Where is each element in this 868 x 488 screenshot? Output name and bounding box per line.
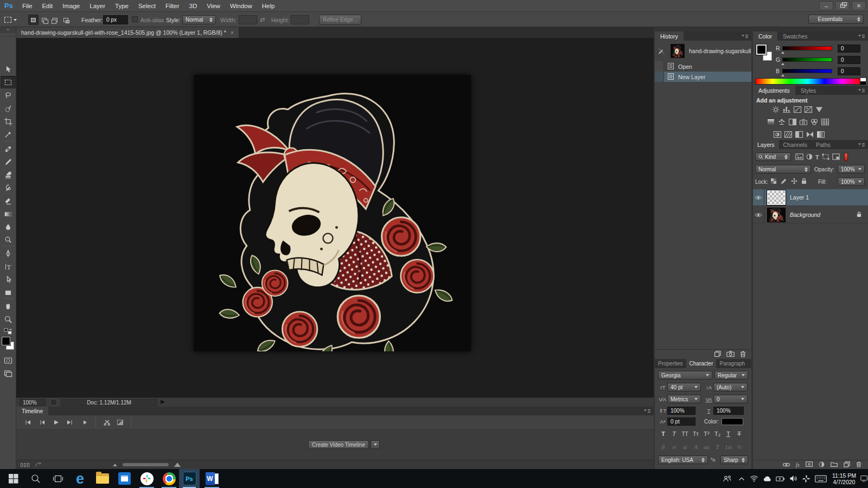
discretionary-ligatures-button[interactable]: st <box>680 442 690 451</box>
history-panel-menu-icon[interactable] <box>741 31 751 41</box>
history-state-open[interactable]: Open <box>655 61 751 72</box>
underline-button[interactable]: T <box>723 429 733 438</box>
wifi-button[interactable] <box>748 469 761 488</box>
fill-dropdown[interactable]: 100% <box>838 177 865 186</box>
foreground-background-colors[interactable] <box>2 337 15 351</box>
style-dropdown[interactable]: Normal <box>182 15 216 24</box>
kerning-dropdown[interactable]: Metrics <box>667 395 701 403</box>
contextual-alternates-button[interactable]: ơ <box>669 442 679 451</box>
document-tab-close-icon[interactable]: × <box>231 29 234 36</box>
history-brush-well[interactable] <box>655 61 664 72</box>
exposure-icon[interactable] <box>803 105 813 113</box>
layer-visibility-toggle[interactable] <box>753 207 764 223</box>
menu-help[interactable]: Help <box>257 0 280 11</box>
faux-italic-button[interactable]: T <box>669 429 679 438</box>
spectrum-ramp[interactable] <box>755 78 860 85</box>
opacity-dropdown[interactable]: 100% <box>838 165 865 174</box>
stylistic-alternates-button[interactable]: aa <box>701 442 712 451</box>
green-value-input[interactable]: 0 <box>838 56 860 64</box>
layer-styles-icon[interactable]: fx <box>796 462 800 468</box>
all-caps-button[interactable]: TT <box>680 429 690 438</box>
text-color-swatch[interactable] <box>722 418 743 425</box>
dodge-tool[interactable] <box>1 234 16 246</box>
next-frame-button[interactable] <box>63 419 77 426</box>
clone-stamp-tool[interactable] <box>1 169 16 181</box>
tab-swatches[interactable]: Swatches <box>777 31 813 41</box>
tab-adjustments[interactable]: Adjustments <box>753 86 795 95</box>
faux-bold-button[interactable]: T <box>658 429 668 438</box>
minimize-button[interactable]: – <box>819 1 833 10</box>
menu-select[interactable]: Select <box>133 0 161 11</box>
action-center-button[interactable] <box>860 469 868 488</box>
zoom-in-thumbnails-icon[interactable] <box>174 463 181 467</box>
volume-button[interactable] <box>787 469 800 488</box>
language-dropdown[interactable]: English: USA <box>658 455 708 464</box>
tab-paragraph[interactable]: Paragraph <box>716 359 748 368</box>
subtract-from-selection-button[interactable] <box>50 15 60 25</box>
refine-edge-button[interactable]: Refine Edge... <box>319 15 361 25</box>
word-button[interactable]: W <box>201 469 223 488</box>
new-adjustment-layer-icon[interactable] <box>819 461 825 468</box>
red-value-input[interactable]: 0 <box>838 44 860 53</box>
ordinals-button[interactable]: 1st <box>723 442 733 451</box>
delete-layer-icon[interactable] <box>856 461 861 468</box>
adjustments-panel-menu-icon[interactable] <box>858 86 868 95</box>
history-state-new-layer[interactable]: New Layer <box>655 72 751 82</box>
lock-transparency-icon[interactable] <box>770 178 777 185</box>
zoom-out-thumbnails-icon[interactable] <box>113 464 117 466</box>
layer-row-layer1[interactable]: Layer 1 <box>753 189 868 206</box>
edge-button[interactable]: e <box>69 469 91 488</box>
audio-mute-button[interactable] <box>77 419 91 426</box>
filter-pixel-layers-icon[interactable] <box>795 153 803 161</box>
start-button[interactable] <box>2 469 24 488</box>
eyedropper-tool[interactable] <box>1 128 16 140</box>
canvas-image[interactable] <box>194 75 471 351</box>
hand-tool[interactable] <box>1 300 16 312</box>
onedrive-button[interactable] <box>761 469 774 488</box>
task-view-button[interactable] <box>47 469 69 488</box>
tab-history[interactable]: History <box>655 31 684 41</box>
height-input[interactable] <box>291 15 309 24</box>
battery-button[interactable] <box>774 469 787 488</box>
split-at-playhead-button[interactable] <box>100 419 113 426</box>
baseline-shift-input[interactable]: 0 pt <box>667 418 695 426</box>
store-button[interactable] <box>113 469 136 488</box>
document-tab[interactable]: hand-drawing-sugarskull-girl-with-rose_1… <box>16 27 239 38</box>
screen-mode-button[interactable] <box>1 367 16 380</box>
posterize-icon[interactable] <box>783 130 793 138</box>
threshold-icon[interactable] <box>794 130 804 138</box>
history-brush-well[interactable] <box>655 72 664 82</box>
collapse-tools-button[interactable]: » <box>0 27 16 33</box>
slack-button[interactable] <box>136 469 158 488</box>
lock-pixels-icon[interactable] <box>781 178 787 185</box>
tab-layers[interactable]: Layers <box>753 140 779 149</box>
menu-file[interactable]: File <box>17 0 37 11</box>
anti-alias-checkbox[interactable] <box>132 16 138 22</box>
quick-mask-button[interactable] <box>1 354 16 367</box>
zoom-tool[interactable] <box>1 313 16 325</box>
gradient-tool[interactable] <box>1 208 16 220</box>
menu-3d[interactable]: 3D <box>184 0 202 11</box>
rectangular-marquee-tool[interactable] <box>1 76 16 88</box>
tab-channels[interactable]: Channels <box>779 140 812 149</box>
menu-window[interactable]: Window <box>225 0 257 11</box>
photo-filter-icon[interactable] <box>798 118 808 126</box>
channel-mixer-icon[interactable] <box>809 118 819 126</box>
zoom-level-field[interactable]: 100% <box>20 399 46 406</box>
strikethrough-button[interactable]: T <box>734 429 744 438</box>
layer-filter-dropdown[interactable]: Kind <box>755 152 791 161</box>
rectangle-tool[interactable] <box>1 286 16 299</box>
filter-type-layers-icon[interactable]: T <box>815 154 819 160</box>
crop-tool[interactable] <box>1 115 16 127</box>
color-lookup-icon[interactable] <box>820 118 830 126</box>
layers-panel-menu-icon[interactable] <box>858 140 868 149</box>
filter-adjustment-layers-icon[interactable] <box>806 153 813 161</box>
font-size-dropdown[interactable]: 40 pt <box>667 383 701 391</box>
new-snapshot-icon[interactable] <box>726 351 735 358</box>
blue-slider[interactable] <box>782 69 832 73</box>
new-layer-icon[interactable] <box>844 461 850 468</box>
tool-preset-picker[interactable] <box>4 16 20 24</box>
file-explorer-button[interactable] <box>91 469 113 488</box>
tab-timeline[interactable]: Timeline <box>16 407 48 415</box>
swash-button[interactable]: A <box>691 442 701 451</box>
